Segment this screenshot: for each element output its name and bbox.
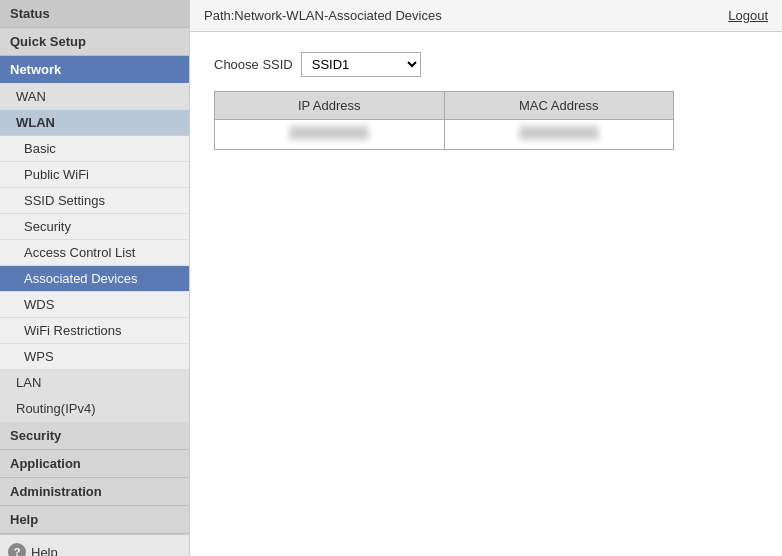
sidebar-item-access-control-list[interactable]: Access Control List bbox=[0, 240, 189, 266]
col-ip-address: IP Address bbox=[215, 92, 445, 120]
ssid-row: Choose SSID SSID1 SSID2 SSID3 SSID4 bbox=[214, 52, 758, 77]
sidebar-item-public-wifi[interactable]: Public WiFi bbox=[0, 162, 189, 188]
sidebar-item-lan[interactable]: LAN bbox=[0, 370, 189, 396]
sidebar-item-wds[interactable]: WDS bbox=[0, 292, 189, 318]
sidebar-item-network[interactable]: Network bbox=[0, 56, 189, 84]
sidebar-item-wifi-restrictions[interactable]: WiFi Restrictions bbox=[0, 318, 189, 344]
sidebar-item-ssid-settings[interactable]: SSID Settings bbox=[0, 188, 189, 214]
sidebar-item-security[interactable]: Security bbox=[0, 422, 189, 450]
page-content: Choose SSID SSID1 SSID2 SSID3 SSID4 IP A… bbox=[190, 32, 782, 556]
logout-button[interactable]: Logout bbox=[728, 8, 768, 23]
ip-address-cell bbox=[215, 120, 445, 150]
help-circle-icon: ? bbox=[8, 543, 26, 556]
sidebar-footer-help[interactable]: ? Help bbox=[0, 534, 189, 556]
ssid-select[interactable]: SSID1 SSID2 SSID3 SSID4 bbox=[301, 52, 421, 77]
sidebar-item-wps[interactable]: WPS bbox=[0, 344, 189, 370]
sidebar-item-associated-devices[interactable]: Associated Devices bbox=[0, 266, 189, 292]
sidebar-item-basic[interactable]: Basic bbox=[0, 136, 189, 162]
sidebar-item-security-sub[interactable]: Security bbox=[0, 214, 189, 240]
mac-address-cell bbox=[444, 120, 674, 150]
sidebar-item-status[interactable]: Status bbox=[0, 0, 189, 28]
app-layout: Status Quick Setup Network WAN WLAN Basi… bbox=[0, 0, 782, 556]
col-mac-address: MAC Address bbox=[444, 92, 674, 120]
sidebar-item-routing[interactable]: Routing(IPv4) bbox=[0, 396, 189, 422]
sidebar-item-application[interactable]: Application bbox=[0, 450, 189, 478]
sidebar: Status Quick Setup Network WAN WLAN Basi… bbox=[0, 0, 190, 556]
device-table: IP Address MAC Address bbox=[214, 91, 674, 150]
main-content: Path:Network-WLAN-Associated Devices Log… bbox=[190, 0, 782, 556]
help-footer-label: Help bbox=[31, 545, 58, 557]
table-row bbox=[215, 120, 674, 150]
sidebar-item-quick-setup[interactable]: Quick Setup bbox=[0, 28, 189, 56]
topbar: Path:Network-WLAN-Associated Devices Log… bbox=[190, 0, 782, 32]
sidebar-item-wlan[interactable]: WLAN bbox=[0, 110, 189, 136]
sidebar-item-administration[interactable]: Administration bbox=[0, 478, 189, 506]
ip-blurred bbox=[289, 126, 369, 140]
mac-blurred bbox=[519, 126, 599, 140]
ssid-label: Choose SSID bbox=[214, 57, 293, 72]
sidebar-item-help-section[interactable]: Help bbox=[0, 506, 189, 534]
sidebar-item-wan[interactable]: WAN bbox=[0, 84, 189, 110]
breadcrumb: Path:Network-WLAN-Associated Devices bbox=[204, 8, 442, 23]
